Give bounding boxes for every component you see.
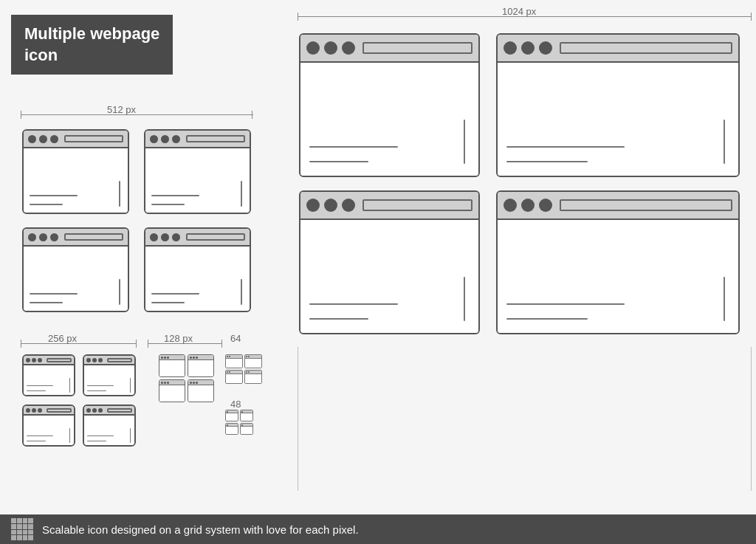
- content-area: [498, 63, 738, 177]
- address-bar: [560, 199, 732, 211]
- content-area: [498, 220, 738, 334]
- dot1: [86, 358, 91, 362]
- dim-label-64: 64: [230, 333, 241, 344]
- dot1: [504, 41, 517, 55]
- win-nano-bl: [225, 423, 238, 435]
- browser-window-med-tl: [22, 129, 129, 214]
- title-line1: Multiple webpage: [24, 24, 159, 43]
- dot3: [50, 233, 58, 241]
- browser-window-large-br: [496, 190, 740, 334]
- win-tiny-br: [188, 379, 214, 402]
- micro-row-top: [225, 354, 262, 368]
- browser-window-sm-br: [83, 404, 136, 447]
- address-bar: [47, 358, 72, 362]
- content-area: [145, 247, 250, 312]
- content-area: [24, 365, 74, 396]
- dot1: [306, 199, 320, 212]
- win-nano-br: [240, 423, 253, 435]
- win-nano-tl: [225, 410, 238, 421]
- dot1: [150, 233, 158, 241]
- dot1: [26, 408, 30, 413]
- address-bar: [64, 233, 123, 241]
- win-micro-bl: [225, 370, 243, 384]
- grid-icon: [11, 518, 33, 540]
- dot3: [539, 41, 552, 55]
- titlebar: [498, 192, 738, 220]
- dot1: [86, 408, 91, 413]
- dot1: [150, 135, 158, 143]
- tiny-row-bottom: [159, 379, 214, 402]
- dot1: [26, 358, 30, 362]
- tiny-row-top: [159, 354, 214, 377]
- dim-tick-512-r: [252, 111, 252, 119]
- footer-text: Scalable icon designed on a grid system …: [42, 523, 359, 536]
- dot3: [38, 358, 42, 362]
- win-tiny-tl: [159, 354, 185, 377]
- dot1: [306, 41, 320, 55]
- nano-row-top: [225, 410, 253, 421]
- address-bar: [186, 135, 245, 142]
- content-area: [300, 220, 478, 334]
- dim-label-256: 256 px: [48, 333, 77, 344]
- dot2: [161, 233, 169, 241]
- dot3: [50, 135, 58, 143]
- dot2: [39, 233, 47, 241]
- content-area: [84, 416, 134, 447]
- browser-window-micro-group: [225, 354, 262, 385]
- titlebar: [300, 192, 478, 220]
- titlebar: [145, 131, 250, 148]
- dot3: [38, 408, 42, 413]
- win-micro-tl: [225, 354, 243, 368]
- titlebar: [24, 406, 74, 416]
- address-bar: [107, 408, 132, 413]
- address-bar: [47, 408, 72, 413]
- dim-tick-1024-r: [751, 13, 752, 21]
- content-area: [24, 247, 128, 312]
- footer-bar: Scalable icon designed on a grid system …: [0, 514, 756, 544]
- titlebar: [24, 131, 128, 148]
- content-area: [145, 148, 250, 214]
- content-area: [300, 63, 478, 177]
- dim-tick-256-l: [21, 340, 21, 348]
- title-line2: icon: [24, 46, 58, 64]
- dot2: [324, 41, 337, 55]
- content-area: [84, 365, 134, 396]
- dot2: [521, 41, 535, 55]
- browser-window-nano-group: [225, 410, 253, 436]
- dim-label-1024: 1024 px: [502, 6, 536, 17]
- titlebar: [498, 35, 738, 63]
- address-bar: [362, 42, 472, 54]
- dot2: [161, 135, 169, 143]
- dot1: [28, 135, 36, 143]
- browser-window-med-br: [144, 227, 251, 312]
- micro-row-bottom: [225, 370, 262, 384]
- win-tiny-tr: [188, 354, 214, 377]
- dot1: [504, 199, 517, 212]
- dim-tick-256-r: [136, 340, 137, 348]
- browser-window-med-bl: [22, 227, 129, 312]
- browser-window-large-tr: [496, 33, 740, 177]
- content-area: [24, 416, 74, 447]
- dim-tick-128-r: [221, 340, 222, 348]
- browser-window-large-tl: [299, 33, 480, 177]
- browser-window-sm-tl: [22, 354, 75, 396]
- dot3: [172, 233, 180, 241]
- dot1: [28, 233, 36, 241]
- dim-label-128: 128 px: [164, 333, 193, 344]
- browser-window-med-tr: [144, 129, 251, 214]
- dim-tick-512-l: [21, 111, 21, 119]
- dot2: [92, 408, 97, 413]
- dot3: [98, 358, 103, 362]
- nano-row-bottom: [225, 423, 253, 435]
- titlebar: [84, 406, 134, 416]
- browser-window-sm-tr: [83, 354, 136, 396]
- dot3: [172, 135, 180, 143]
- titlebar: [145, 229, 250, 247]
- dim-label-48: 48: [230, 399, 241, 410]
- titlebar: [84, 356, 134, 365]
- win-micro-tr: [244, 354, 262, 368]
- address-bar: [560, 42, 732, 54]
- dot3: [98, 408, 103, 413]
- win-nano-tr: [240, 410, 253, 421]
- dot2: [39, 135, 47, 143]
